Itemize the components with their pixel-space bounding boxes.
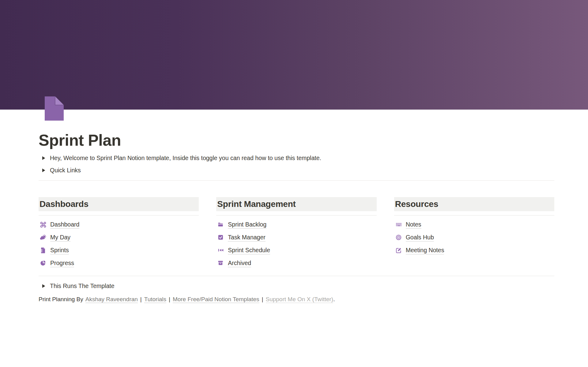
toggle-arrow-icon[interactable]: [39, 156, 50, 160]
link-label: Progress: [50, 259, 74, 267]
task-manager-link[interactable]: Task Manager: [216, 231, 376, 244]
divider: [39, 215, 199, 215]
meeting-notes-link[interactable]: Meeting Notes: [394, 244, 554, 257]
notes-link[interactable]: Notes: [394, 218, 554, 231]
checkbox-icon: [217, 234, 224, 241]
link-label: Dashboard: [50, 221, 79, 229]
column-header: Dashboards: [39, 197, 199, 211]
column-header-text: Dashboards: [40, 199, 89, 209]
column-dashboards: Dashboards Dashboard: [39, 197, 199, 270]
column-header-text: Resources: [395, 199, 438, 209]
credits-prefix: Print Planning By: [39, 296, 83, 302]
edit-icon: [395, 247, 402, 254]
document-icon: [40, 247, 47, 254]
link-label: Meeting Notes: [406, 246, 444, 254]
target-icon: [395, 234, 402, 241]
credits-line: Print Planning ByAkshay Raveendran|Tutor…: [39, 295, 554, 303]
divider: [39, 276, 554, 276]
toggle-arrow-icon[interactable]: [39, 284, 50, 288]
progress-link[interactable]: Progress: [39, 257, 199, 270]
credits-suffix: .: [333, 296, 335, 302]
command-icon: [40, 221, 47, 228]
link-columns: Dashboards Dashboard: [39, 197, 554, 270]
page-title[interactable]: Sprint Plan: [39, 132, 554, 149]
document-icon: [45, 96, 64, 121]
link-label: Archived: [228, 259, 251, 267]
dashboard-link[interactable]: Dashboard: [39, 218, 199, 231]
link-label: Sprint Backlog: [228, 221, 266, 229]
toggle-runs-template-text: This Runs The Template: [50, 282, 115, 290]
pie-chart-icon: [40, 260, 47, 267]
templates-link[interactable]: More Free/Paid Notion Templates: [173, 296, 259, 303]
author-link[interactable]: Akshay Raveendran: [85, 296, 138, 303]
cover-image: [0, 0, 588, 110]
toggle-welcome[interactable]: Hey, Welcome to Sprint Plan Notion templ…: [39, 152, 554, 164]
page-icon[interactable]: [45, 96, 64, 121]
sprints-link[interactable]: Sprints: [39, 244, 199, 257]
separator: |: [262, 296, 263, 302]
column-resources: Resources: [394, 197, 554, 270]
link-label: Task Manager: [228, 234, 265, 242]
toggle-quick-links[interactable]: Quick Links: [39, 164, 554, 176]
archived-link[interactable]: Archived: [216, 257, 376, 270]
link-label: My Day: [50, 234, 70, 242]
link-label: Notes: [406, 221, 421, 229]
column-sprint-management: Sprint Management Sprint Backlog: [216, 197, 376, 270]
my-day-link[interactable]: My Day: [39, 231, 199, 244]
archive-icon: [217, 260, 224, 267]
goals-hub-link[interactable]: Goals Hub: [394, 231, 554, 244]
folder-icon: [217, 221, 224, 228]
tutorials-link[interactable]: Tutorials: [144, 296, 166, 303]
column-header: Resources: [394, 197, 554, 211]
divider: [216, 215, 376, 215]
column-header: Sprint Management: [216, 197, 376, 211]
divider: [394, 215, 554, 215]
column-header-text: Sprint Management: [217, 199, 296, 209]
link-label: Goals Hub: [406, 234, 434, 242]
sun-cloud-icon: [40, 234, 47, 241]
sprint-backlog-link[interactable]: Sprint Backlog: [216, 218, 376, 231]
link-label: Sprint Schedule: [228, 246, 270, 254]
twitter-link[interactable]: Support Me On X (Twitter): [266, 296, 334, 303]
separator: |: [140, 296, 142, 302]
toggle-runs-template[interactable]: This Runs The Template: [39, 280, 554, 292]
keyboard-icon: [395, 221, 402, 228]
toggle-quick-links-text: Quick Links: [50, 166, 81, 174]
notion-page: Sprint Plan Hey, Welcome to Sprint Plan …: [0, 0, 588, 367]
sprint-schedule-link[interactable]: Sprint Schedule: [216, 244, 376, 257]
link-label: Sprints: [50, 246, 69, 254]
toggle-welcome-text: Hey, Welcome to Sprint Plan Notion templ…: [50, 154, 321, 162]
separator: |: [169, 296, 170, 302]
divider: [39, 180, 554, 181]
rewind-icon: [217, 247, 224, 254]
toggle-arrow-icon[interactable]: [39, 168, 50, 172]
